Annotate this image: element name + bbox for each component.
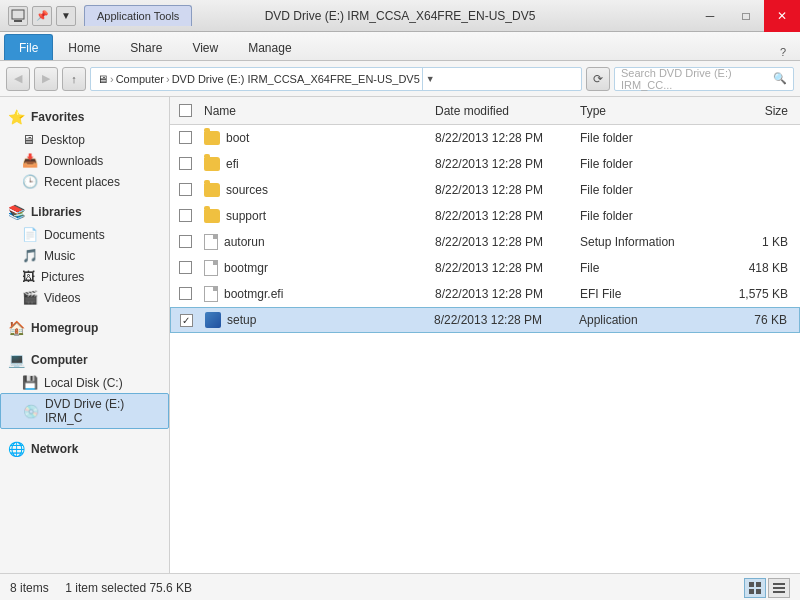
file-type: File — [580, 261, 720, 275]
checkbox[interactable] — [179, 183, 192, 196]
file-size: 418 KB — [720, 261, 800, 275]
computer-header[interactable]: 💻 Computer — [0, 348, 169, 372]
column-type[interactable]: Type — [580, 104, 720, 118]
table-row[interactable]: autorun 8/22/2013 12:28 PM Setup Informa… — [170, 229, 800, 255]
checkbox[interactable]: ✓ — [180, 314, 193, 327]
tab-view[interactable]: View — [177, 34, 233, 60]
file-name: bootmgr — [200, 260, 435, 276]
folder-icon — [204, 157, 220, 171]
minimize-button[interactable]: ─ — [692, 0, 728, 32]
videos-icon: 🎬 — [22, 290, 38, 305]
checkbox[interactable] — [179, 157, 192, 170]
tab-home[interactable]: Home — [53, 34, 115, 60]
file-name: boot — [200, 131, 435, 145]
details-view-button[interactable] — [768, 578, 790, 598]
checkbox[interactable] — [179, 131, 192, 144]
row-checkbox[interactable] — [170, 209, 200, 222]
sidebar-item-documents[interactable]: 📄 Documents — [0, 224, 169, 245]
column-size[interactable]: Size — [720, 104, 800, 118]
back-button[interactable]: ◀ — [6, 67, 30, 91]
table-row[interactable]: support 8/22/2013 12:28 PM File folder — [170, 203, 800, 229]
row-checkbox[interactable] — [170, 287, 200, 300]
checkbox[interactable] — [179, 261, 192, 274]
row-checkbox[interactable] — [170, 235, 200, 248]
table-row[interactable]: boot 8/22/2013 12:28 PM File folder — [170, 125, 800, 151]
file-date: 8/22/2013 12:28 PM — [435, 131, 580, 145]
libraries-header[interactable]: 📚 Libraries — [0, 200, 169, 224]
close-button[interactable]: ✕ — [764, 0, 800, 32]
up-button[interactable]: ↑ — [62, 67, 86, 91]
file-name: sources — [200, 183, 435, 197]
status-info: 8 items 1 item selected 75.6 KB — [10, 581, 192, 595]
breadcrumb-expand[interactable]: ▼ — [422, 67, 438, 91]
file-name: autorun — [200, 234, 435, 250]
sidebar-item-dvd-drive[interactable]: 💿 DVD Drive (E:) IRM_C — [0, 393, 169, 429]
sidebar-item-music[interactable]: 🎵 Music — [0, 245, 169, 266]
row-checkbox[interactable]: ✓ — [171, 314, 201, 327]
table-row[interactable]: bootmgr.efi 8/22/2013 12:28 PM EFI File … — [170, 281, 800, 307]
sidebar-item-pictures[interactable]: 🖼 Pictures — [0, 266, 169, 287]
favorites-section: ⭐ Favorites 🖥 Desktop 📥 Downloads 🕒 Rece… — [0, 105, 169, 192]
svg-rect-5 — [756, 589, 761, 594]
tab-share[interactable]: Share — [115, 34, 177, 60]
svg-rect-7 — [773, 587, 785, 589]
sidebar-item-downloads[interactable]: 📥 Downloads — [0, 150, 169, 171]
table-row[interactable]: sources 8/22/2013 12:28 PM File folder — [170, 177, 800, 203]
search-box[interactable]: Search DVD Drive (E:) IRM_CC... 🔍 — [614, 67, 794, 91]
sidebar-item-desktop[interactable]: 🖥 Desktop — [0, 129, 169, 150]
column-date[interactable]: Date modified — [435, 104, 580, 118]
libraries-section: 📚 Libraries 📄 Documents 🎵 Music 🖼 Pictur… — [0, 200, 169, 308]
file-list: Name Date modified Type Size boot 8/22/2… — [170, 97, 800, 573]
sidebar-item-local-disk[interactable]: 💾 Local Disk (C:) — [0, 372, 169, 393]
table-row[interactable]: bootmgr 8/22/2013 12:28 PM File 418 KB — [170, 255, 800, 281]
computer-icon: 💻 — [8, 352, 25, 368]
computer-section: 💻 Computer 💾 Local Disk (C:) 💿 DVD Drive… — [0, 348, 169, 429]
row-checkbox[interactable] — [170, 261, 200, 274]
network-header[interactable]: 🌐 Network — [0, 437, 169, 461]
ribbon-tabs: File Home Share View Manage ? — [0, 32, 800, 60]
help-button[interactable]: ? — [774, 44, 792, 60]
file-date: 8/22/2013 12:28 PM — [435, 183, 580, 197]
file-icon — [204, 234, 218, 250]
homegroup-header[interactable]: 🏠 Homegroup — [0, 316, 169, 340]
app-tools-tab[interactable]: Application Tools — [84, 5, 192, 26]
svg-rect-1 — [14, 20, 22, 22]
table-row[interactable]: efi 8/22/2013 12:28 PM File folder — [170, 151, 800, 177]
search-icon: 🔍 — [773, 72, 787, 85]
row-checkbox[interactable] — [170, 183, 200, 196]
homegroup-icon: 🏠 — [8, 320, 25, 336]
sidebar-item-videos[interactable]: 🎬 Videos — [0, 287, 169, 308]
svg-rect-4 — [749, 589, 754, 594]
recent-icon: 🕒 — [22, 174, 38, 189]
tab-manage[interactable]: Manage — [233, 34, 306, 60]
table-row[interactable]: ✓ setup 8/22/2013 12:28 PM Application 7… — [170, 307, 800, 333]
desktop-icon: 🖥 — [22, 132, 35, 147]
file-size: 1 KB — [720, 235, 800, 249]
file-type: Application — [579, 313, 719, 327]
file-date: 8/22/2013 12:28 PM — [435, 287, 580, 301]
favorites-header[interactable]: ⭐ Favorites — [0, 105, 169, 129]
svg-rect-2 — [749, 582, 754, 587]
music-icon: 🎵 — [22, 248, 38, 263]
file-icon — [204, 286, 218, 302]
breadcrumb[interactable]: 🖥 › Computer › DVD Drive (E:) IRM_CCSA_X… — [90, 67, 582, 91]
file-date: 8/22/2013 12:28 PM — [434, 313, 579, 327]
file-date: 8/22/2013 12:28 PM — [435, 157, 580, 171]
file-type: Setup Information — [580, 235, 720, 249]
sidebar-item-recent[interactable]: 🕒 Recent places — [0, 171, 169, 192]
header-checkbox[interactable] — [170, 104, 200, 117]
forward-button[interactable]: ▶ — [34, 67, 58, 91]
maximize-button[interactable]: □ — [728, 0, 764, 32]
select-all-checkbox[interactable] — [179, 104, 192, 117]
search-placeholder: Search DVD Drive (E:) IRM_CC... — [621, 67, 769, 91]
refresh-button[interactable]: ⟳ — [586, 67, 610, 91]
main-content: ⭐ Favorites 🖥 Desktop 📥 Downloads 🕒 Rece… — [0, 97, 800, 573]
tab-file[interactable]: File — [4, 34, 53, 60]
list-view-button[interactable] — [744, 578, 766, 598]
checkbox[interactable] — [179, 287, 192, 300]
row-checkbox[interactable] — [170, 131, 200, 144]
column-name[interactable]: Name — [200, 104, 435, 118]
row-checkbox[interactable] — [170, 157, 200, 170]
checkbox[interactable] — [179, 209, 192, 222]
checkbox[interactable] — [179, 235, 192, 248]
